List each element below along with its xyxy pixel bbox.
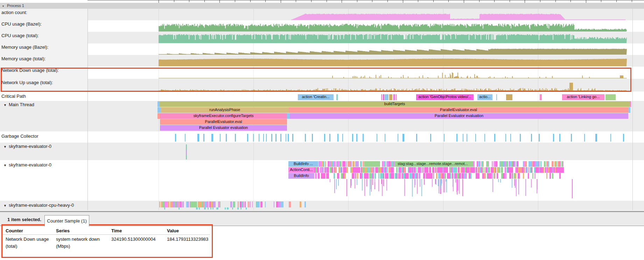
slice-cluster[interactable] [416, 167, 417, 173]
mem_total-histogram[interactable] [0, 55, 644, 67]
gc-tick[interactable] [337, 134, 338, 142]
slice-spike[interactable] [355, 179, 355, 189]
slice-cluster[interactable] [344, 161, 345, 167]
trace-slice[interactable] [383, 94, 384, 100]
slice-cluster[interactable] [396, 167, 398, 173]
gc-tick[interactable] [430, 134, 431, 142]
slice-spike[interactable] [414, 179, 415, 187]
trace-slice[interactable]: action 'Creatin... [298, 94, 334, 100]
slice-cluster[interactable] [511, 167, 513, 173]
slice-cluster[interactable] [383, 173, 384, 179]
gc-tick[interactable] [259, 134, 259, 142]
trace-slice[interactable] [364, 161, 380, 167]
trace-slice[interactable] [396, 94, 397, 100]
slice-cluster[interactable] [465, 173, 467, 179]
slice-cluster[interactable] [392, 173, 394, 179]
slice-cluster[interactable] [327, 173, 329, 179]
slice-subtick[interactable] [246, 207, 247, 210]
gc-tick[interactable] [356, 134, 357, 142]
gc-tick[interactable] [595, 134, 597, 142]
slice-spike[interactable] [518, 179, 519, 194]
slice-cluster[interactable] [432, 173, 433, 179]
slice-spike[interactable] [531, 179, 532, 187]
gc-tick[interactable] [467, 134, 467, 142]
slice-spike[interactable] [336, 179, 337, 189]
slice-cluster[interactable] [325, 161, 326, 167]
slice-cluster[interactable] [550, 173, 551, 179]
slice-spike[interactable] [498, 179, 499, 182]
gc-tick[interactable] [342, 134, 343, 142]
slice-cluster[interactable] [416, 173, 418, 179]
gc-tick[interactable] [571, 134, 572, 142]
gc-tick[interactable] [292, 134, 293, 142]
slice-spike[interactable] [500, 179, 501, 183]
process-group-header[interactable]: ▾ Process 1 [0, 3, 644, 9]
slice-spike[interactable] [417, 179, 418, 194]
slice-cluster[interactable] [427, 167, 428, 173]
trace-slice[interactable] [606, 94, 616, 100]
slice-cluster[interactable] [346, 167, 348, 173]
slice-cluster[interactable] [392, 167, 394, 173]
slice-cluster[interactable] [543, 167, 544, 173]
slice-spike[interactable] [512, 179, 512, 188]
slice-cluster[interactable] [505, 173, 506, 179]
slice-cluster[interactable] [495, 161, 497, 167]
slice-cluster[interactable] [238, 201, 239, 207]
slice-cluster[interactable] [489, 167, 490, 173]
slice-cluster[interactable] [534, 173, 536, 179]
slice-cluster[interactable] [540, 161, 541, 167]
slice-cluster[interactable] [168, 201, 169, 207]
slice-spike[interactable] [346, 179, 347, 196]
trace-slice[interactable] [158, 113, 160, 119]
slice-spike[interactable] [456, 179, 457, 192]
slice-spike[interactable] [492, 179, 493, 192]
slice-spike[interactable] [364, 179, 365, 196]
slice-cluster[interactable] [274, 201, 274, 207]
slice-spike[interactable] [420, 179, 420, 187]
slice-cluster[interactable] [514, 161, 516, 167]
slice-cluster[interactable] [260, 201, 262, 207]
slice-subtick[interactable] [178, 207, 180, 210]
slice-spike[interactable] [357, 179, 357, 185]
slice-spike[interactable] [514, 179, 515, 186]
expand-arrow-icon[interactable]: ▼ [4, 145, 7, 149]
slice-cluster[interactable] [230, 201, 232, 207]
slice-cluster[interactable] [477, 173, 479, 179]
gc-tick[interactable] [494, 134, 495, 142]
trace-slice[interactable] [287, 113, 290, 119]
trace-slice[interactable] [506, 94, 512, 100]
slice-cluster[interactable] [548, 161, 549, 167]
slice-cluster[interactable] [492, 161, 493, 167]
slice-cluster[interactable] [482, 167, 483, 173]
slice-cluster[interactable] [556, 161, 557, 167]
trace-slice[interactable] [158, 107, 161, 113]
slice-cluster[interactable] [559, 173, 561, 179]
action-histogram[interactable] [0, 9, 644, 20]
trace-slice[interactable]: BuildInfo ... [288, 161, 318, 167]
gc-tick[interactable] [226, 134, 227, 142]
gc-tick[interactable] [463, 134, 463, 142]
slice-cluster[interactable] [523, 173, 524, 179]
slice-cluster[interactable] [341, 167, 342, 173]
gc-tick[interactable] [559, 134, 560, 142]
slice-cluster[interactable] [344, 173, 346, 179]
slice-cluster[interactable] [498, 167, 500, 173]
slice-cluster[interactable] [300, 201, 301, 207]
slice-spike[interactable] [371, 179, 372, 192]
gc-tick[interactable] [211, 134, 213, 142]
slice-spike[interactable] [334, 179, 335, 193]
slice-cluster[interactable] [372, 173, 374, 179]
slice-cluster[interactable] [473, 161, 475, 167]
slice-cluster[interactable] [528, 173, 529, 179]
slice-cluster[interactable] [436, 167, 436, 173]
gc-tick[interactable] [510, 134, 511, 142]
slice-cluster[interactable] [436, 173, 438, 179]
track-skyframe-evaluator-cpu-heavy-0[interactable]: ▼skyframe-evaluator-cpu-heavy-0 [0, 201, 644, 210]
slice-spike[interactable] [382, 179, 383, 196]
gc-tick[interactable] [444, 134, 444, 142]
slice-cluster[interactable] [387, 173, 388, 179]
trace-slice[interactable]: buildTargets [160, 101, 630, 107]
gc-tick[interactable] [402, 134, 404, 142]
gc-tick[interactable] [305, 134, 306, 142]
gc-tick[interactable] [312, 134, 313, 142]
